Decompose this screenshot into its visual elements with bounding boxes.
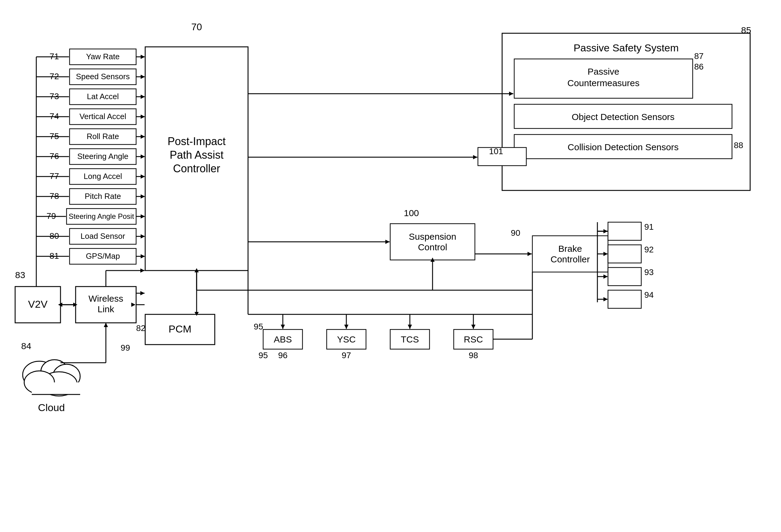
svg-marker-148 <box>528 252 532 256</box>
svg-text:100: 100 <box>404 208 419 218</box>
svg-text:RSC: RSC <box>464 334 483 344</box>
svg-text:Vertical Accel: Vertical Accel <box>80 112 126 121</box>
svg-marker-16 <box>141 75 145 79</box>
svg-text:92: 92 <box>644 245 654 254</box>
svg-marker-164 <box>140 291 145 295</box>
svg-marker-10 <box>141 55 145 59</box>
svg-text:95: 95 <box>258 351 268 360</box>
svg-text:93: 93 <box>644 267 654 277</box>
svg-text:Pitch Rate: Pitch Rate <box>85 192 121 201</box>
svg-text:Lat Accel: Lat Accel <box>87 92 119 101</box>
svg-marker-144 <box>471 325 476 329</box>
brake-controller-box <box>532 236 608 272</box>
svg-text:94: 94 <box>644 290 654 300</box>
svg-text:ABS: ABS <box>274 334 292 344</box>
svg-text:Long Accel: Long Accel <box>83 172 122 181</box>
svg-text:99: 99 <box>121 343 130 352</box>
svg-rect-103 <box>608 245 641 263</box>
svg-text:Steering Angle Posit: Steering Angle Posit <box>69 212 134 220</box>
svg-text:101: 101 <box>489 146 503 156</box>
svg-text:Speed Sensors: Speed Sensors <box>76 72 130 81</box>
svg-text:97: 97 <box>341 351 351 360</box>
svg-text:Steering Angle: Steering Angle <box>77 152 128 161</box>
v2v-box <box>15 286 60 323</box>
svg-marker-90 <box>473 155 477 159</box>
svg-marker-138 <box>281 325 285 329</box>
svg-marker-52 <box>141 194 145 198</box>
svg-marker-121 <box>604 274 608 279</box>
svg-text:95: 95 <box>254 322 263 331</box>
svg-text:91: 91 <box>644 222 654 231</box>
svg-marker-70 <box>141 254 145 259</box>
svg-marker-46 <box>141 174 145 179</box>
pcm-box <box>145 314 215 345</box>
svg-text:TCS: TCS <box>401 334 419 344</box>
svg-text:82: 82 <box>136 323 146 333</box>
svg-marker-142 <box>408 325 412 329</box>
svg-marker-22 <box>141 95 145 99</box>
svg-rect-107 <box>608 290 641 308</box>
main-controller-box <box>145 47 248 271</box>
svg-text:Yaw Rate: Yaw Rate <box>86 52 120 61</box>
svg-marker-96 <box>385 240 389 244</box>
svg-rect-101 <box>608 222 641 240</box>
svg-text:Roll Rate: Roll Rate <box>87 132 119 141</box>
svg-marker-140 <box>344 325 348 329</box>
svg-marker-40 <box>141 154 145 159</box>
svg-text:96: 96 <box>278 351 287 360</box>
svg-text:70: 70 <box>191 21 202 32</box>
svg-marker-185 <box>104 323 108 327</box>
svg-rect-179 <box>32 382 80 394</box>
svg-rect-105 <box>608 267 641 285</box>
svg-text:90: 90 <box>511 228 520 237</box>
svg-text:Cloud: Cloud <box>38 402 65 413</box>
svg-text:83: 83 <box>15 270 25 280</box>
svg-marker-58 <box>141 214 145 219</box>
svg-text:YSC: YSC <box>337 334 356 344</box>
svg-marker-64 <box>141 234 145 238</box>
svg-text:GPS/Map: GPS/Map <box>86 252 120 261</box>
wireless-link-box <box>76 286 136 323</box>
svg-marker-167 <box>140 268 145 273</box>
svg-marker-34 <box>141 134 145 139</box>
svg-marker-28 <box>141 115 145 119</box>
svg-text:98: 98 <box>468 351 478 360</box>
suspension-control-box <box>390 224 475 260</box>
svg-marker-122 <box>604 297 608 301</box>
svg-text:Load Sensor: Load Sensor <box>80 231 125 240</box>
svg-marker-119 <box>604 229 608 233</box>
passive-safety-system-box <box>502 33 750 190</box>
svg-text:84: 84 <box>21 341 31 351</box>
